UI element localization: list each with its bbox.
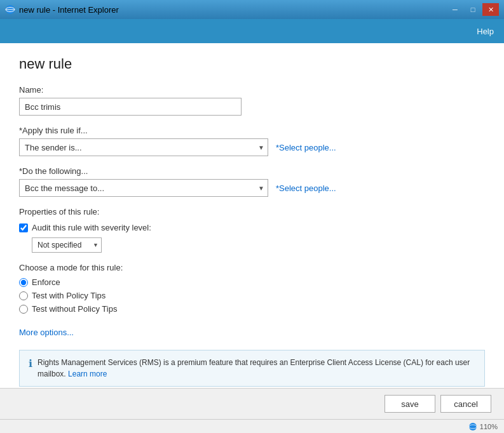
apply-rule-group: *Apply this rule if... The sender is... … <box>19 126 485 156</box>
maximize-button[interactable]: □ <box>465 3 481 16</box>
title-bar-text: new rule - Internet Explorer <box>19 5 119 15</box>
mode-test-no-tips-row: Test without Policy Tips <box>19 304 485 314</box>
do-following-select-wrapper: Bcc the message to... ▼ <box>19 179 268 197</box>
name-field-group: Name: <box>19 85 485 116</box>
mode-test-tips-label: Test with Policy Tips <box>32 291 106 300</box>
apply-rule-label: *Apply this rule if... <box>19 126 485 135</box>
do-following-group: *Do the following... Bcc the message to.… <box>19 166 485 197</box>
do-following-label: *Do the following... <box>19 166 485 176</box>
zoom-label: 110% <box>480 423 498 430</box>
mode-test-tips-row: Test with Policy Tips <box>19 291 485 300</box>
top-bar: Help <box>0 19 504 43</box>
do-select-people-link[interactable]: *Select people... <box>276 183 336 193</box>
page-title: new rule <box>19 56 485 72</box>
ie-icon <box>5 4 15 15</box>
properties-title: Properties of this rule: <box>19 207 485 216</box>
svg-point-3 <box>469 423 477 430</box>
mode-section: Choose a mode for this rule: Enforce Tes… <box>19 263 485 317</box>
title-bar: new rule - Internet Explorer ─ □ ✕ <box>0 0 504 19</box>
status-icon <box>468 422 477 431</box>
cancel-button[interactable]: cancel <box>440 395 491 413</box>
mode-title: Choose a mode for this rule: <box>19 263 485 272</box>
apply-select-people-link[interactable]: *Select people... <box>276 143 336 152</box>
do-following-select[interactable]: Bcc the message to... <box>19 179 268 197</box>
name-input[interactable] <box>19 98 242 116</box>
info-box: ℹ Rights Management Services (RMS) is a … <box>19 350 485 387</box>
minimize-button[interactable]: ─ <box>447 3 463 16</box>
name-label: Name: <box>19 85 485 95</box>
mode-test-no-tips-radio[interactable] <box>19 305 28 314</box>
audit-checkbox[interactable] <box>19 223 28 232</box>
info-icon: ℹ <box>29 357 32 370</box>
save-button[interactable]: save <box>385 395 435 413</box>
info-text: Rights Management Services (RMS) is a pr… <box>37 357 475 380</box>
mode-enforce-radio[interactable] <box>19 278 28 287</box>
title-bar-controls: ─ □ ✕ <box>447 3 499 16</box>
more-options-link[interactable]: More options... <box>19 328 485 337</box>
severity-select[interactable]: Not specified Low Medium High <box>32 237 102 253</box>
apply-rule-select-wrapper: The sender is... ▼ <box>19 138 268 156</box>
apply-rule-select[interactable]: The sender is... <box>19 138 268 156</box>
mode-test-no-tips-label: Test without Policy Tips <box>32 304 117 314</box>
close-button[interactable]: ✕ <box>482 3 499 16</box>
mode-enforce-label: Enforce <box>32 277 60 287</box>
audit-checkbox-label: Audit this rule with severity level: <box>32 223 151 232</box>
help-link[interactable]: Help <box>477 27 494 36</box>
learn-more-link[interactable]: Learn more <box>68 370 107 378</box>
window-content: Help new rule Name: *Apply this rule if.… <box>0 19 504 433</box>
page-area: new rule Name: *Apply this rule if... Th… <box>0 43 504 388</box>
mode-enforce-row: Enforce <box>19 277 485 287</box>
footer: save cancel <box>0 388 504 419</box>
mode-test-tips-radio[interactable] <box>19 291 28 300</box>
properties-section: Properties of this rule: Audit this rule… <box>19 207 485 253</box>
status-bar: 110% <box>0 419 504 433</box>
severity-select-wrapper: Not specified Low Medium High ▼ <box>32 237 102 253</box>
audit-checkbox-row: Audit this rule with severity level: <box>19 223 485 232</box>
